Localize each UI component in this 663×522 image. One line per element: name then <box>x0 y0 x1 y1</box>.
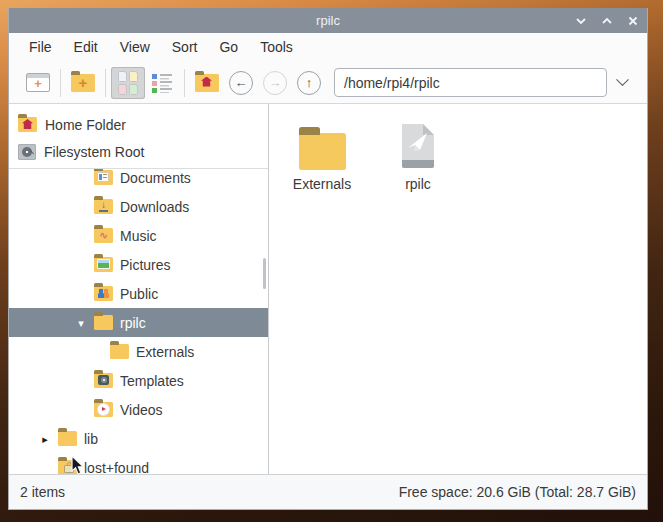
file-view[interactable]: Externals rpilc <box>269 104 647 474</box>
file-item-externals[interactable]: Externals <box>275 114 369 192</box>
folder-lock-icon <box>58 460 77 474</box>
icon-view-icon <box>118 71 138 95</box>
file-manager-window: rpilc File Edit View Sort Go Tools <box>8 8 648 510</box>
tree-item-label: lib <box>84 431 98 447</box>
close-button[interactable] <box>627 15 639 27</box>
path-input[interactable]: /home/rpi4/rpilc <box>334 68 607 97</box>
statusbar: 2 items Free space: 20.6 GiB (Total: 28.… <box>9 474 647 509</box>
place-label: Filesystem Root <box>44 144 144 160</box>
folder-public-icon <box>94 286 113 301</box>
toolbar-separator <box>105 69 106 97</box>
menubar: File Edit View Sort Go Tools <box>9 33 647 62</box>
file-name: Externals <box>293 176 351 192</box>
maximize-button[interactable] <box>601 15 613 27</box>
tree-item[interactable]: Videos <box>9 395 268 424</box>
folder-downloads-icon: ↓ <box>94 199 113 214</box>
tree-item-label: lost+found <box>84 460 149 475</box>
tree-item-label: rpilc <box>120 315 146 331</box>
tree-item-label: Music <box>120 228 157 244</box>
new-window-icon <box>26 73 50 92</box>
file-item-rpilc[interactable]: rpilc <box>371 114 465 192</box>
new-folder-button[interactable] <box>66 67 100 99</box>
forward-icon: → <box>263 71 287 95</box>
home-folder-icon <box>18 117 37 132</box>
tree-item-label: Externals <box>136 344 194 360</box>
tree-item[interactable]: Pictures <box>9 250 268 279</box>
file-name: rpilc <box>405 176 431 192</box>
path-dropdown-button[interactable] <box>607 68 637 98</box>
document-send-icon <box>399 114 437 174</box>
items-count: 2 items <box>20 484 65 500</box>
expander-right-icon[interactable]: ▸ <box>39 433 51 445</box>
tree-item[interactable]: Templates <box>9 366 268 395</box>
tree-item[interactable]: ∿ Music <box>9 221 268 250</box>
menu-view[interactable]: View <box>109 33 161 62</box>
tree-item-selected[interactable]: ▾ rpilc <box>9 308 268 337</box>
expander-down-icon[interactable]: ▾ <box>75 317 87 329</box>
folder-pictures-icon <box>94 257 113 272</box>
sidebar-scrollbar[interactable] <box>263 258 266 289</box>
place-label: Home Folder <box>45 117 126 133</box>
menu-sort[interactable]: Sort <box>161 33 209 62</box>
up-icon: ↑ <box>297 71 321 95</box>
chevron-down-icon <box>616 73 629 86</box>
folder-icon <box>299 133 346 170</box>
icon-view-button[interactable] <box>111 67 145 99</box>
tree-item-label: Videos <box>120 402 163 418</box>
menu-edit[interactable]: Edit <box>63 33 109 62</box>
toolbar: ← → ↑ /home/rpi4/rpilc <box>9 62 647 103</box>
folder-icon <box>94 315 113 330</box>
content-area: Home Folder Filesystem Root Documents ↓ … <box>9 103 647 474</box>
home-button[interactable] <box>190 67 224 99</box>
folder-videos-icon <box>94 402 113 417</box>
titlebar[interactable]: rpilc <box>9 8 647 33</box>
window-title: rpilc <box>9 13 647 28</box>
forward-button[interactable]: → <box>258 67 292 99</box>
tree-item-label: Documents <box>120 170 191 186</box>
tree-item-label: Templates <box>120 373 184 389</box>
sidebar: Home Folder Filesystem Root Documents ↓ … <box>9 104 269 474</box>
tree-item-label: Downloads <box>120 199 189 215</box>
folder-icon <box>58 431 77 446</box>
tree-item[interactable]: Public <box>9 279 268 308</box>
folder-documents-icon <box>94 170 113 185</box>
list-view-icon <box>152 73 172 93</box>
tree-item[interactable]: Externals <box>9 337 268 366</box>
folder-icon <box>110 344 129 359</box>
tree-item-label: Public <box>120 286 158 302</box>
up-button[interactable]: ↑ <box>292 67 326 99</box>
place-filesystem-root[interactable]: Filesystem Root <box>9 138 268 165</box>
minimize-button[interactable] <box>575 15 587 27</box>
toolbar-separator <box>60 69 61 97</box>
home-folder-icon <box>195 74 219 92</box>
menu-file[interactable]: File <box>18 33 63 62</box>
tree-item[interactable]: ↓ Downloads <box>9 192 268 221</box>
back-button[interactable]: ← <box>224 67 258 99</box>
directory-tree: Documents ↓ Downloads ∿ Music Pictures P… <box>9 169 268 474</box>
menu-tools[interactable]: Tools <box>249 33 304 62</box>
free-space-text: Free space: 20.6 GiB (Total: 28.7 GiB) <box>399 484 636 500</box>
tree-item[interactable]: ▸ lib <box>9 424 268 453</box>
new-window-button[interactable] <box>21 67 55 99</box>
places-list: Home Folder Filesystem Root <box>9 104 268 169</box>
place-home-folder[interactable]: Home Folder <box>9 111 268 138</box>
menu-go[interactable]: Go <box>208 33 249 62</box>
filesystem-root-icon <box>18 144 36 160</box>
folder-templates-icon <box>94 373 113 388</box>
folder-music-icon: ∿ <box>94 228 113 243</box>
tree-item-label: Pictures <box>120 257 171 273</box>
back-icon: ← <box>229 71 253 95</box>
new-folder-icon <box>71 74 95 92</box>
tree-item[interactable]: Documents <box>9 169 268 192</box>
list-view-button[interactable] <box>145 67 179 99</box>
tree-item[interactable]: lost+found <box>9 453 268 474</box>
toolbar-separator <box>184 69 185 97</box>
